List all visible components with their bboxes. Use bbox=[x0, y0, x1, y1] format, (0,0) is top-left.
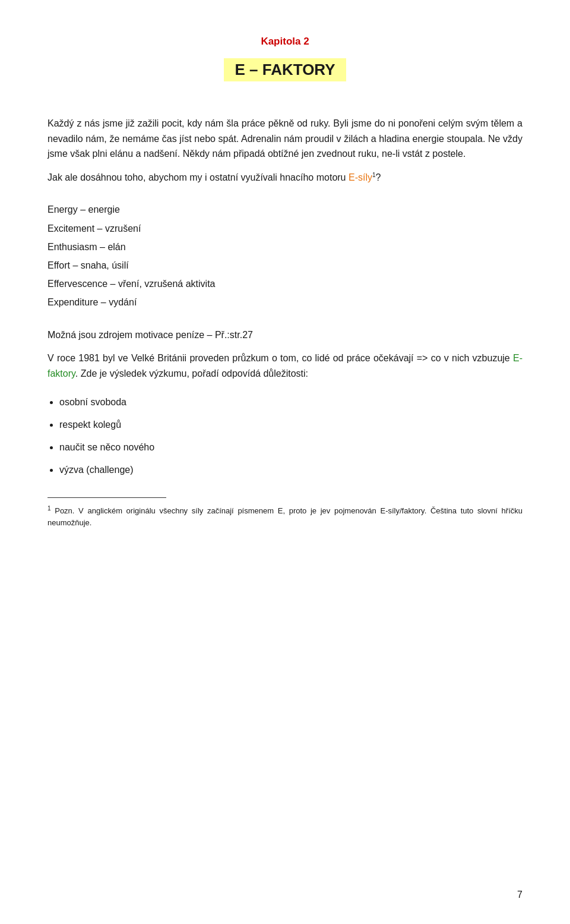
bullet-list: osobní svoboda respekt kolegů naučit se … bbox=[48, 393, 522, 480]
list-item: naučit se něco nového bbox=[59, 438, 522, 457]
list-item: Excitement – vzrušení bbox=[48, 220, 522, 236]
list-item: Effervescence – vření, vzrušená aktivita bbox=[48, 276, 522, 292]
list-item: Expenditure – vydání bbox=[48, 294, 522, 310]
esily-highlight: E-síly bbox=[349, 172, 372, 182]
chapter-title: E – FAKTORY bbox=[224, 58, 346, 81]
footnote-divider bbox=[48, 497, 166, 498]
list-item: osobní svoboda bbox=[59, 393, 522, 412]
efaktory-highlight: E-faktory bbox=[48, 353, 522, 379]
page-number: 7 bbox=[517, 890, 522, 900]
footnote-text: 1 Pozn. V anglickém originálu všechny sí… bbox=[48, 504, 522, 528]
list-item: respekt kolegů bbox=[59, 415, 522, 434]
list-item: Effort – snaha, úsilí bbox=[48, 257, 522, 273]
motivace-paragraph-2: V roce 1981 byl ve Velké Británii proved… bbox=[48, 351, 522, 381]
list-item: Energy – energie bbox=[48, 201, 522, 217]
list-item: výzva (challenge) bbox=[59, 461, 522, 480]
paragraph-2: Jak ale dosáhnou toho, abychom my i osta… bbox=[48, 170, 522, 185]
list-item: Enthusiasm – elán bbox=[48, 239, 522, 255]
e-list: Energy – energie Excitement – vzrušení E… bbox=[48, 201, 522, 310]
chapter-label: Kapitola 2 bbox=[48, 36, 522, 48]
motivace-paragraph-1: Možná jsou zdrojem motivace peníze – Př.… bbox=[48, 327, 522, 343]
paragraph-1: Každý z nás jsme již zažili pocit, kdy n… bbox=[48, 116, 522, 162]
